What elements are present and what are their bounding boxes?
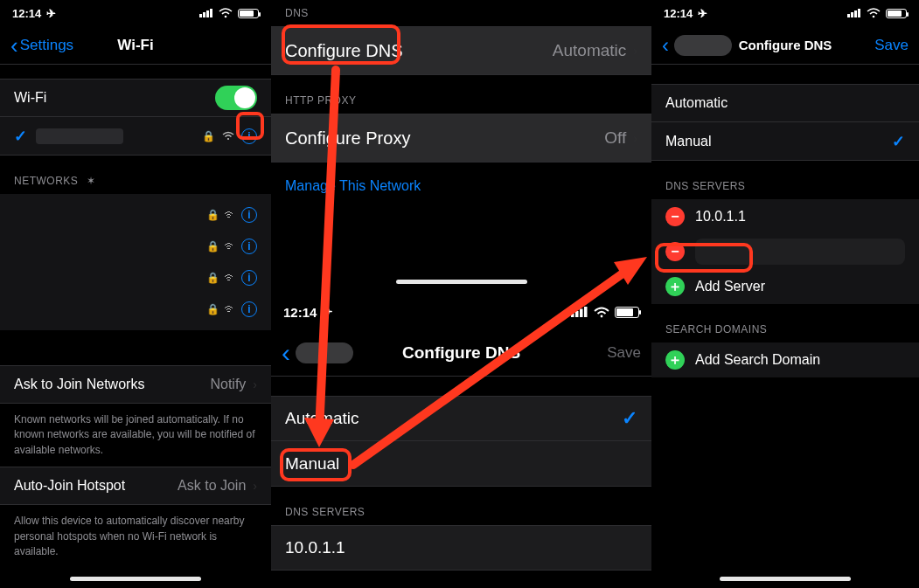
back-label: Settings — [20, 37, 73, 54]
hotspot-label: Auto-Join Hotspot — [14, 478, 125, 494]
search-domains-section: SEARCH DOMAINS ＋ Add Search Domain — [651, 304, 919, 377]
svg-point-5 — [227, 137, 229, 139]
hotspot-row[interactable]: Auto-Join Hotspot Ask to Join › — [0, 467, 271, 505]
location-icon: ✈︎ — [46, 7, 56, 20]
location-icon: ✈︎ — [698, 7, 707, 20]
automatic-row[interactable]: Automatic ✓ — [271, 396, 651, 441]
clock-text: 12:14 — [12, 7, 41, 20]
dns-servers-header: DNS SERVERS — [271, 506, 651, 525]
check-icon: ✓ — [892, 132, 905, 151]
add-icon[interactable]: ＋ — [665, 277, 685, 296]
status-bar: 12:14 ✈︎ — [651, 0, 919, 26]
lock-icon: 🔒 — [206, 303, 219, 315]
back-button[interactable]: ‹ — [282, 338, 353, 368]
svg-rect-9 — [584, 307, 588, 317]
info-icon[interactable]: i — [241, 239, 257, 254]
cell-bars-icon — [847, 9, 861, 17]
back-settings-button[interactable]: ‹ Settings — [10, 34, 73, 57]
phone-wifi-settings: 12:14 ✈︎ ‹ Settings Wi-Fi Wi-Fi — [0, 0, 271, 588]
configure-proxy-label: Configure Proxy — [285, 128, 410, 149]
wifi-icon — [867, 8, 881, 18]
configure-dns-row[interactable]: Configure DNS Automatic › — [271, 26, 651, 75]
dns-servers-header: DNS SERVERS — [651, 180, 919, 199]
spinner-icon: ✶ — [87, 175, 96, 187]
hotspot-value: Ask to Join — [178, 478, 246, 494]
back-button[interactable]: ‹ — [662, 33, 732, 58]
proxy-header: HTTP PROXY — [271, 94, 651, 114]
battery-icon — [886, 9, 907, 18]
wifi-signal-icon: ᯤ — [224, 207, 238, 223]
phone-dns-stack: DNS Configure DNS Automatic › HTTP PROXY… — [271, 0, 651, 588]
wifi-toggle-row[interactable]: Wi-Fi — [0, 79, 271, 117]
svg-rect-7 — [575, 311, 579, 317]
dns-servers-section: DNS SERVERS − 10.0.1.1 − ＋ Add Server — [651, 161, 919, 304]
wifi-toggle[interactable] — [215, 86, 257, 110]
automatic-label: Automatic — [665, 95, 728, 111]
stage: 12:14 ✈︎ ‹ Settings Wi-Fi Wi-Fi — [0, 0, 919, 588]
svg-rect-14 — [858, 9, 860, 17]
configure-proxy-row[interactable]: Configure Proxy Off › — [271, 114, 651, 163]
info-icon[interactable]: i — [241, 301, 257, 317]
svg-rect-11 — [847, 14, 850, 17]
add-search-domain-label: Add Search Domain — [695, 352, 820, 368]
manual-label: Manual — [285, 454, 339, 474]
status-bar: 12:14 ✈︎ — [0, 0, 271, 26]
configure-dns-screen: 12:14 ✈︎ ‹ Configure DNS Save Automatic — [271, 294, 651, 588]
dns-server-input[interactable] — [695, 239, 905, 265]
delete-icon[interactable]: − — [665, 207, 685, 226]
manual-row[interactable]: Manual — [271, 441, 651, 487]
lock-icon: 🔒 — [206, 272, 219, 284]
dns-server-input-row[interactable]: − — [651, 234, 919, 269]
battery-icon — [615, 307, 639, 318]
clock-text: 12:14 — [283, 305, 317, 320]
configure-dns-label: Configure DNS — [285, 41, 403, 61]
svg-rect-8 — [580, 309, 583, 318]
svg-rect-2 — [206, 10, 209, 17]
svg-point-10 — [601, 315, 603, 317]
network-row[interactable]: 🔒 ᯤ i — [0, 231, 271, 262]
info-icon[interactable]: i — [241, 270, 257, 286]
ask-join-row[interactable]: Ask to Join Networks Notify › — [0, 365, 271, 404]
network-row[interactable]: 🔒 ᯤ i — [0, 294, 271, 325]
networks-section: NETWORKS ✶ 🔒 ᯤ i 🔒 ᯤ i 🔒 ᯤ i 🔒 ᯤ i — [0, 156, 271, 330]
save-button[interactable]: Save — [874, 37, 909, 54]
lock-icon: 🔒 — [202, 130, 215, 142]
automatic-row[interactable]: Automatic — [651, 84, 919, 122]
back-network-pill — [296, 342, 353, 363]
check-icon: ✓ — [14, 127, 27, 146]
wifi-signal-icon: ᯤ — [224, 239, 238, 254]
page-title: Configure DNS — [739, 38, 832, 52]
page-title: Wi-Fi — [117, 37, 153, 54]
chevron-right-icon: › — [253, 479, 257, 493]
save-button[interactable]: Save — [607, 344, 641, 362]
network-details-bottom: DNS Configure DNS Automatic › HTTP PROXY… — [271, 0, 651, 294]
wifi-icon — [219, 8, 233, 18]
network-row[interactable]: 🔒 ᯤ i — [0, 199, 271, 231]
navbar: ‹ Settings Wi-Fi — [0, 26, 271, 65]
cell-bars-icon — [571, 307, 588, 317]
delete-icon[interactable]: − — [665, 242, 685, 261]
check-icon: ✓ — [622, 407, 637, 430]
network-row[interactable]: 🔒 ᯤ i — [0, 262, 271, 294]
search-domains-header: SEARCH DOMAINS — [651, 323, 919, 342]
add-search-domain-row[interactable]: ＋ Add Search Domain — [651, 342, 919, 377]
chevron-left-icon: ‹ — [10, 34, 18, 57]
current-network-row[interactable]: ✓ 🔒 i — [0, 117, 271, 156]
manual-row[interactable]: Manual ✓ — [651, 122, 919, 161]
dns-server-value: 10.0.1.1 — [285, 538, 345, 557]
svg-rect-13 — [854, 10, 857, 17]
home-indicator — [396, 280, 527, 284]
battery-icon — [238, 9, 259, 18]
navbar: ‹ Configure DNS Save — [271, 329, 651, 377]
info-icon[interactable]: i — [241, 207, 257, 223]
add-icon[interactable]: ＋ — [665, 350, 685, 370]
ask-label: Ask to Join Networks — [14, 377, 144, 392]
manage-network-link[interactable]: Manage This Network — [271, 163, 651, 210]
svg-rect-12 — [851, 12, 853, 17]
info-icon[interactable]: i — [241, 128, 257, 144]
dns-server-row[interactable]: − 10.0.1.1 — [651, 199, 919, 234]
add-server-row[interactable]: ＋ Add Server — [651, 269, 919, 304]
svg-rect-3 — [210, 9, 212, 17]
ask-description: Known networks will be joined automatica… — [0, 404, 271, 467]
automatic-label: Automatic — [285, 409, 359, 428]
